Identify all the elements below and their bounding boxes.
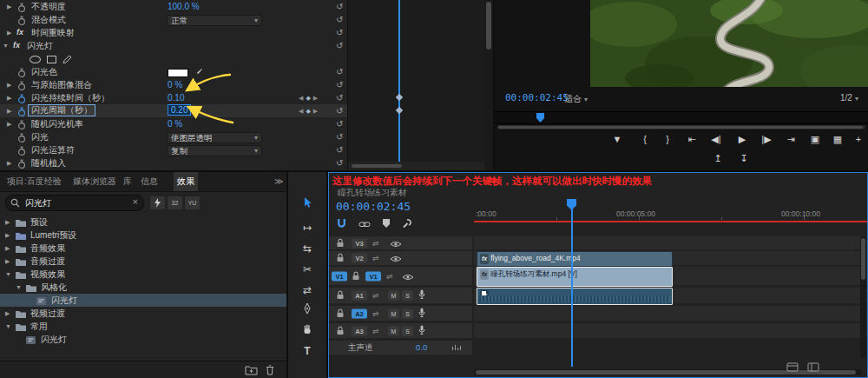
master-gain-value[interactable]: 0.0 xyxy=(416,342,427,352)
ellipse-mask-icon[interactable] xyxy=(30,56,41,63)
track-target-badge[interactable]: V3 xyxy=(352,238,367,248)
timeline-horizontal-scrollbar[interactable] xyxy=(474,369,862,375)
32bit-filter-icon[interactable]: 32 xyxy=(167,196,183,210)
source-patch-badge[interactable]: V1 xyxy=(332,271,347,281)
stopwatch-icon[interactable] xyxy=(17,146,26,156)
go-to-out-button[interactable]: ⇥ xyxy=(781,130,800,148)
reset-icon[interactable]: ↺ xyxy=(336,104,343,117)
track-lane-a2[interactable] xyxy=(474,306,867,321)
add-marker-button[interactable]: ▼ xyxy=(608,130,627,148)
export-frame-button[interactable]: ▣ xyxy=(806,130,825,148)
add-marker-icon[interactable] xyxy=(381,218,391,229)
clear-search-icon[interactable]: × xyxy=(133,196,138,207)
voiceover-mic-icon[interactable] xyxy=(418,306,426,322)
playhead[interactable] xyxy=(571,209,573,367)
stopwatch-icon[interactable] xyxy=(17,81,26,90)
twirl-icon[interactable]: ▼ xyxy=(3,39,9,52)
twirl-icon[interactable]: ▶ xyxy=(7,91,11,104)
yuv-filter-icon[interactable]: YU xyxy=(184,196,201,210)
twirl-icon[interactable]: ▼ xyxy=(5,268,11,281)
keyframe-indicator[interactable] xyxy=(482,291,486,295)
program-timecode[interactable]: 00:00:02:45 xyxy=(505,92,569,103)
reset-icon[interactable]: ↺ xyxy=(336,143,343,156)
effect-keyframe-timeline[interactable] xyxy=(347,0,485,162)
track-target-badge[interactable]: A1 xyxy=(352,291,367,301)
clip-a1-audio-selected[interactable]: fx xyxy=(477,288,673,305)
ripple-edit-tool[interactable]: ⇆ xyxy=(299,240,316,257)
reset-icon[interactable]: ↺ xyxy=(336,13,343,26)
stopwatch-icon[interactable] xyxy=(17,159,26,169)
twirl-icon[interactable]: ▶ xyxy=(7,104,11,117)
tab-info[interactable]: 信息 xyxy=(137,172,161,191)
tree-item-audio-transitions[interactable]: ▶ 音频过渡 xyxy=(0,255,286,268)
lock-icon[interactable] xyxy=(336,235,345,251)
next-keyframe-icon[interactable]: ▶ xyxy=(313,95,320,101)
lock-icon[interactable] xyxy=(352,269,360,284)
tab-media-browser[interactable]: 媒体浏览器 xyxy=(69,172,120,191)
track-output-eye-icon[interactable] xyxy=(390,235,402,251)
compare-view-button[interactable]: ▦ xyxy=(828,130,847,148)
track-target-badge[interactable]: A2 xyxy=(352,308,367,318)
twirl-icon[interactable]: ▶ xyxy=(5,216,10,229)
sync-lock-icon[interactable]: ⇌ xyxy=(372,327,379,335)
monitor-playhead[interactable] xyxy=(536,113,544,123)
effect-header-strobe[interactable]: ▼ fx 闪光灯 ↺ xyxy=(0,39,347,52)
twirl-icon[interactable]: ▶ xyxy=(5,242,10,255)
mark-in-button[interactable]: { xyxy=(635,130,654,148)
mute-button[interactable]: M xyxy=(388,326,399,335)
track-output-eye-icon[interactable] xyxy=(390,250,402,266)
tree-item-audio-effects[interactable]: ▶ 音频效果 xyxy=(0,242,286,255)
twirl-icon[interactable]: ▶ xyxy=(7,117,11,130)
sync-lock-icon[interactable]: ⇌ xyxy=(372,239,379,248)
new-bin-icon[interactable] xyxy=(245,365,258,375)
stopwatch-icon[interactable] xyxy=(17,3,26,12)
playhead[interactable] xyxy=(398,0,400,162)
opacity-value[interactable]: 100.0 % xyxy=(168,0,200,13)
rectangle-mask-icon[interactable] xyxy=(47,56,56,63)
extract-button[interactable]: ↧ xyxy=(734,149,753,167)
twirl-icon[interactable]: ▶ xyxy=(7,0,11,13)
panel-menu-icon[interactable]: ≫ xyxy=(271,172,286,191)
tab-effects[interactable]: 效果 xyxy=(174,172,198,191)
lock-icon[interactable] xyxy=(336,323,345,339)
keyframe-diamond[interactable] xyxy=(396,107,403,114)
reset-icon[interactable]: ↺ xyxy=(336,156,343,169)
hand-tool[interactable] xyxy=(299,323,316,341)
pen-tool[interactable] xyxy=(299,302,316,320)
scrollbar[interactable] xyxy=(484,0,493,170)
eyedropper-icon[interactable] xyxy=(194,68,203,76)
track-select-forward-tool[interactable]: ↦ xyxy=(299,219,316,236)
voiceover-mic-icon[interactable] xyxy=(418,323,426,339)
blend-mode-dropdown[interactable]: 正常▾ xyxy=(167,15,262,26)
fx-badge-icon[interactable]: fx xyxy=(16,26,23,39)
timeline-ruler[interactable]: :00:00 00:00:05:00 00:00:10:00 xyxy=(474,197,867,220)
tab-libraries[interactable]: 库 xyxy=(120,172,135,191)
blend-original-value[interactable]: 0 % xyxy=(168,78,182,91)
track-target-badge[interactable]: V2 xyxy=(352,254,367,263)
track-lane-a3[interactable] xyxy=(474,323,867,338)
stopwatch-icon[interactable] xyxy=(17,120,26,129)
monitor-zoom-scrollbar[interactable] xyxy=(497,125,865,129)
zoom-fit-dropdown[interactable]: 适合▾ xyxy=(564,93,588,105)
keyframe-diamond[interactable] xyxy=(396,94,403,101)
reset-icon[interactable]: ↺ xyxy=(336,26,343,39)
effects-search-box[interactable]: × xyxy=(5,195,144,211)
clip-v1-selected[interactable]: fx瞳孔转场练习素材.mp4 [V] xyxy=(477,267,673,287)
search-input[interactable] xyxy=(23,196,124,209)
selection-tool[interactable] xyxy=(299,196,316,214)
step-back-button[interactable]: ◀| xyxy=(707,130,726,148)
tree-item-video-effects[interactable]: ▼ 视频效果 xyxy=(0,268,286,281)
stopwatch-icon[interactable] xyxy=(17,68,26,77)
random-probability-value[interactable]: 0 % xyxy=(168,117,182,130)
slip-tool[interactable]: ⇄ xyxy=(299,282,316,299)
tree-item-stylize[interactable]: ▼ 风格化 xyxy=(0,281,286,294)
flash-operator-dropdown[interactable]: 复制▾ xyxy=(167,145,262,156)
next-keyframe-icon[interactable]: ▶ xyxy=(313,108,320,114)
keyframe-nav[interactable]: ◀◆▶ xyxy=(299,91,320,104)
step-forward-button[interactable]: |▶ xyxy=(757,130,776,148)
voiceover-mic-icon[interactable] xyxy=(418,288,426,303)
twirl-icon[interactable]: ▼ xyxy=(16,281,22,294)
solo-button[interactable]: S xyxy=(402,291,413,301)
pen-mask-icon[interactable] xyxy=(62,55,72,63)
reset-icon[interactable]: ↺ xyxy=(336,130,343,143)
